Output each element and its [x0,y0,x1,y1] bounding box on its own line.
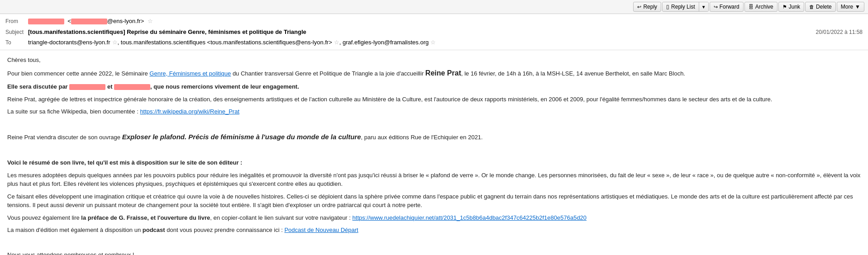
para4: La suite sur sa fiche Wikipedia, bien do… [7,107,861,116]
subject-row: Subject [tous.manifestations.scientifiqu… [5,27,863,38]
more-label: More [841,4,853,10]
forward-button[interactable]: ↪ Forward [710,2,744,12]
from-row: From < @ens-lyon.fr> ☆ [5,16,863,27]
para7: Les mesures adoptées depuis quelques ann… [7,171,861,189]
reine-prat-name: Reine Prat [425,69,461,77]
para9-mid: , en copier-collant le lien suivant sur … [210,214,352,221]
para5-start: Reine Prat viendra discuter de son ouvra… [7,134,122,141]
para9: Vous pouvez également lire la préface de… [7,213,861,222]
archive-button[interactable]: 🗄 Archive [744,2,777,12]
to-label: To [5,38,28,47]
junk-button[interactable]: ⚑ Junk [778,2,804,12]
reply-list-dropdown-button[interactable]: ▼ [699,2,708,11]
para11: Nous vous attendons nombreuses et nombre… [7,250,861,255]
archive-icon: 🗄 [749,4,754,9]
delete-label: Delete [816,4,832,10]
to-value: triangle-doctorants@ens-lyon.fr☆, tous.m… [28,38,863,47]
delete-button[interactable]: 🗑 Delete [805,2,836,12]
to-star-1[interactable]: ☆ [112,39,118,46]
to-row: To triangle-doctorants@ens-lyon.fr☆, tou… [5,37,863,48]
para1: Pour bien commencer cette année 2022, le… [7,68,861,79]
email-date: 20/01/2022 à 11:58 [816,28,863,36]
from-label: From [5,17,28,25]
reply-list-icon: ▯ [666,4,669,10]
subject-text: [tous.manifestations.scientifiques] Repr… [28,28,306,35]
para2-redacted1 [69,84,105,90]
more-button[interactable]: More ▼ [837,2,864,12]
more-chevron-icon: ▼ [855,4,860,10]
para6-bold: Voici le résumé de son livre, tel qu'il … [7,159,242,166]
chevron-down-icon: ▼ [701,5,706,9]
para5 [7,120,861,129]
reply-list-button[interactable]: ▯ Reply List [663,2,699,11]
para8: Ce faisant elles développent une imagina… [7,192,861,210]
from-email-redacted [71,19,107,24]
forward-icon: ↪ [714,4,718,10]
subject-label: Subject [5,28,28,36]
greeting: Chères tous, [7,56,861,65]
forward-label: Forward [720,4,739,10]
delete-icon: 🗑 [809,4,814,9]
para1-mid: du Chantier transversal Genre et Politiq… [231,70,425,77]
reply-list-label: Reply List [671,4,695,10]
reply-icon: ↩ [637,4,641,10]
subject-value: [tous.manifestations.scientifiques] Repr… [28,28,816,37]
para3: Reine Prat, agrégée de lettres et inspec… [7,95,861,104]
book-title: Exploser le plafond. Précis de féminisme… [122,133,361,141]
from-star-icon[interactable]: ☆ [148,18,153,24]
email-toolbar: ↩ Reply ▯ Reply List ▼ ↪ Forward 🗄 Archi… [0,0,868,14]
para4-start: La suite sur sa fiche Wikipedia, bien do… [7,108,140,115]
to-star-3[interactable]: ☆ [430,39,436,46]
para2: Elle sera discutée par et , que nous rem… [7,82,861,91]
para6 [7,146,861,155]
genre-feminismes-link[interactable]: Genre, Féminismes et politique [149,70,231,77]
ruedelachiquier-link[interactable]: https://www.ruedelachiquier.net/att/2031… [353,214,587,221]
junk-label: Junk [789,4,800,10]
para11-spacer [7,238,861,247]
para5-end: , paru aux éditions Rue de l'Echiquier e… [361,134,483,141]
wikipedia-link[interactable]: https://fr.wikipedia.org/wiki/Reine_Prat [140,108,239,115]
from-name-redacted [28,19,64,24]
para9-bold: la préface de G. Fraisse, et l'ouverture… [81,214,210,221]
archive-label: Archive [755,4,773,10]
from-value: < @ens-lyon.fr> ☆ [28,17,863,26]
para10-mid: dont vous pouvez prendre connaissance ic… [165,227,285,233]
para6-content: Voici le résumé de son livre, tel qu'il … [7,158,861,167]
para1-end: , le 16 février, de 14h à 16h, à la MSH-… [461,70,685,77]
para2-start: Elle sera discutée par et , que nous rem… [7,83,299,90]
para10-podcast-bold: podcast [143,227,165,233]
para5-content: Reine Prat viendra discuter de son ouvra… [7,132,861,142]
junk-icon: ⚑ [782,4,787,10]
email-header: From < @ens-lyon.fr> ☆ Subject [tous.man… [0,14,868,50]
reply-button[interactable]: ↩ Reply [633,2,661,12]
para10: La maison d'édition met également à disp… [7,226,861,235]
para2-redacted2 [114,84,150,90]
podcast-link[interactable]: Podcast de Nouveau Départ [284,227,358,233]
reply-list-group: ▯ Reply List ▼ [662,2,709,12]
para10-start: La maison d'édition met également à disp… [7,227,143,233]
reply-label: Reply [643,4,657,10]
to-star-2[interactable]: ☆ [334,39,339,46]
email-body: Chères tous, Pour bien commencer cette a… [0,50,868,255]
para9-start: Vous pouvez également lire [7,214,81,221]
para1-start: Pour bien commencer cette année 2022, le… [7,70,149,77]
